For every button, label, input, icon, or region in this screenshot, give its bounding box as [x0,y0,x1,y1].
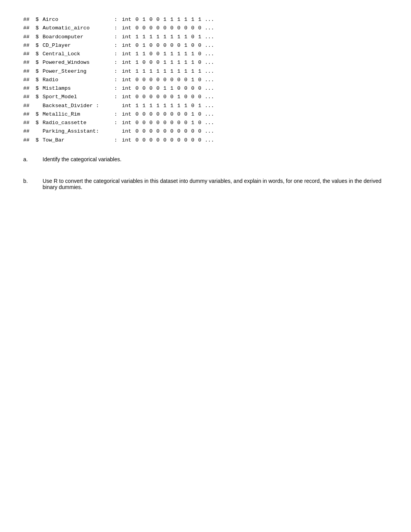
table-row: ##$Sport_Model: int0000001000... [23,93,388,101]
row-dollar: $ [36,50,43,58]
row-value: 1 [175,33,182,41]
row-value: 0 [161,110,168,119]
row-value: 1 [134,50,140,58]
row-value: 0 [189,84,196,93]
row-value: 0 [196,50,203,58]
row-value: 0 [134,119,140,127]
row-value: 1 [189,50,196,58]
row-values: 1100111110 [134,50,203,58]
table-row: ## Backseat_Divider : int1111111101... [23,102,388,110]
row-varname: Boardcomputer [43,33,114,41]
row-hash: ## [23,76,36,84]
row-value: 1 [175,102,182,110]
table-row: ##$Central_Lock: int1100111110... [23,50,388,58]
row-value: 1 [196,33,203,41]
row-colon: : [114,84,119,93]
row-hash: ## [23,119,36,127]
row-value: 0 [196,127,203,136]
row-value: 1 [175,58,182,67]
row-value: 0 [161,76,168,84]
row-type: int [119,84,134,93]
table-row: ##$Power_Steering: int1111111111... [23,67,388,76]
row-value: 0 [196,119,203,127]
row-varname: Mistlamps [43,84,114,93]
row-value: 0 [182,84,189,93]
row-ellipsis: ... [205,15,214,24]
row-varname: Metallic_Rim [43,110,114,119]
row-colon: : [114,93,119,101]
row-ellipsis: ... [205,110,214,119]
row-value: 1 [168,50,175,58]
row-value: 1 [134,58,140,67]
row-value: 1 [168,15,175,24]
row-hash: ## [23,127,36,136]
row-value: 1 [182,58,189,67]
row-dollar: $ [36,93,43,101]
row-colon: : [114,58,119,67]
row-value: 0 [154,24,161,32]
row-dollar: $ [36,136,43,145]
row-hash: ## [23,110,36,119]
row-values: 0000000010 [134,110,203,119]
row-value: 1 [189,119,196,127]
row-dollar: $ [36,119,43,127]
row-value: 0 [140,110,147,119]
row-value: 0 [189,41,196,50]
row-value: 1 [196,102,203,110]
row-varname: Tow_Bar [43,136,114,145]
row-dollar: $ [36,33,43,41]
row-colon: : [114,15,119,24]
row-colon: : [114,67,119,76]
row-type: int [119,127,134,136]
table-row: ##$Airco: int0100111111... [23,15,388,24]
row-values: 0000000000 [134,24,203,32]
row-value: 0 [189,102,196,110]
row-colon: : [114,41,119,50]
row-value: 1 [140,41,147,50]
row-value: 1 [182,41,189,50]
row-type: int [119,15,134,24]
row-colon: : [114,33,119,41]
row-ellipsis: ... [205,136,214,145]
row-value: 1 [161,15,168,24]
row-hash: ## [23,41,36,50]
row-value: 0 [182,110,189,119]
row-ellipsis: ... [205,84,214,93]
row-value: 0 [140,127,147,136]
row-value: 1 [147,102,154,110]
row-hash: ## [23,67,36,76]
row-value: 0 [189,24,196,32]
row-value: 1 [168,33,175,41]
row-varname: Automatic_airco [43,24,114,32]
row-value: 1 [154,33,161,41]
row-value: 1 [161,58,168,67]
row-value: 0 [168,41,175,50]
table-row: ##$CD_Player: int0100000100... [23,41,388,50]
row-value: 0 [154,58,161,67]
row-value: 0 [182,24,189,32]
row-value: 0 [161,127,168,136]
row-type: int [119,67,134,76]
row-colon: : [114,119,119,127]
row-value: 1 [140,33,147,41]
row-values: 1111111111 [134,67,203,76]
row-value: 0 [154,76,161,84]
table-row: ##$Tow_Bar: int0000000000... [23,136,388,145]
row-value: 0 [168,110,175,119]
row-dollar: $ [36,110,43,119]
row-ellipsis: ... [205,41,214,50]
row-value: 0 [154,84,161,93]
row-value: 0 [175,136,182,145]
row-hash: ## [23,33,36,41]
row-value: 0 [140,24,147,32]
row-value: 0 [147,127,154,136]
row-value: 1 [134,33,140,41]
row-value: 0 [196,41,203,50]
question-b-text: Use R to convert the categorical variabl… [43,178,388,190]
row-value: 0 [147,110,154,119]
row-varname: Central_Lock [43,50,114,58]
table-row: ##$Powered_Windows: int1000111110... [23,58,388,67]
row-value: 0 [154,41,161,50]
row-value: 0 [140,119,147,127]
row-value: 0 [134,93,140,101]
